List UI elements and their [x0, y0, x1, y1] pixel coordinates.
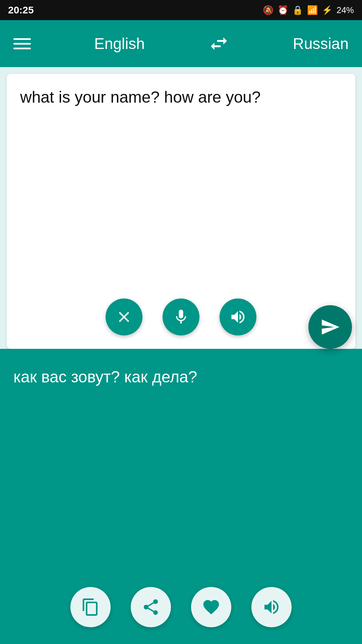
status-time: 20:25: [8, 4, 34, 16]
lock-icon: 🔒: [292, 5, 303, 15]
swap-languages-button[interactable]: [208, 33, 230, 54]
signal-icon: 📶: [307, 5, 318, 15]
source-actions: [7, 299, 355, 335]
source-text[interactable]: what is your name? how are you?: [20, 86, 342, 108]
source-panel: what is your name? how are you?: [7, 74, 355, 349]
copy-button[interactable]: [70, 587, 111, 627]
target-language-selector[interactable]: Russian: [293, 35, 349, 53]
target-text: как вас зовут? как дела?: [13, 366, 349, 388]
battery-label: 24%: [337, 5, 354, 15]
microphone-button[interactable]: [163, 299, 199, 335]
source-speak-button[interactable]: [220, 299, 256, 335]
alarm-icon: ⏰: [278, 5, 288, 15]
notification-icon: 🔕: [263, 5, 274, 15]
target-speak-button[interactable]: [251, 587, 292, 627]
source-language-selector[interactable]: English: [94, 35, 145, 53]
target-panel: как вас зовут? как дела?: [0, 349, 362, 644]
charging-icon: ⚡: [322, 5, 333, 15]
toolbar: English Russian: [0, 20, 362, 67]
menu-button[interactable]: [13, 38, 31, 49]
target-actions: [0, 587, 362, 627]
favorite-button[interactable]: [191, 587, 231, 627]
status-icons: 🔕 ⏰ 🔒 📶 ⚡ 24%: [263, 5, 354, 15]
share-button[interactable]: [131, 587, 171, 627]
clear-button[interactable]: [106, 299, 142, 335]
status-bar: 20:25 🔕 ⏰ 🔒 📶 ⚡ 24%: [0, 0, 362, 20]
translate-button[interactable]: [308, 305, 352, 349]
main-content: what is your name? how are you?: [0, 67, 362, 644]
